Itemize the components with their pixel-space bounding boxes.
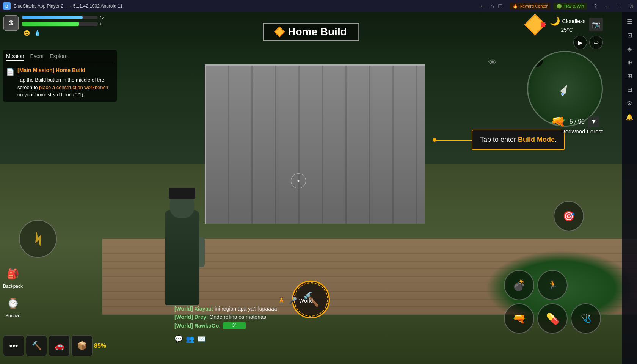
action-circle-button[interactable]: ⚡ (19, 220, 57, 258)
play-win-button[interactable]: 🟢 Play & Win (554, 3, 587, 10)
right-sidebar: ☰ ⊡ ◈ ⊕ ⊞ ⊟ ⚙ 🔔 (622, 12, 637, 364)
world-label: World (299, 298, 313, 304)
window-controls: ? − □ ✕ (590, 2, 637, 10)
screenshot-button[interactable]: □ (499, 3, 502, 9)
revive-button[interactable]: 🩺 (571, 303, 601, 334)
bottom-toolbar: ••• 🔨 🚗 📦 85% (3, 335, 599, 356)
reward-center-label: Reward Center (519, 4, 548, 8)
maximize-button[interactable]: □ (614, 2, 625, 10)
microphone-icon: 🎤 (289, 297, 297, 305)
voice-world-area: 🧍 🎤 World (277, 296, 313, 305)
sidebar-btn-4[interactable]: ⊕ (623, 56, 635, 68)
reward-icon: 🔥 (513, 4, 518, 9)
titlebar: B BlueStacks App Player 2 — 5.11.42.1002… (0, 0, 637, 12)
reward-center-button[interactable]: 🔥 Reward Center (510, 3, 551, 10)
play-icon: 🟢 (557, 4, 562, 9)
app-version: 5.11.42.1002 Android 11 (73, 3, 123, 9)
survive-label: Survive (5, 313, 20, 318)
empty-slot (571, 270, 601, 300)
bullet-combat-button[interactable]: 🔫 (504, 303, 534, 334)
sidebar-btn-3[interactable]: ◈ (623, 42, 635, 55)
scope-icon: 🎯 (563, 210, 575, 222)
medkit-button[interactable]: 💊 (537, 303, 568, 334)
scope-button[interactable]: 🎯 (554, 201, 584, 231)
drive-button[interactable]: 🚗 (49, 335, 70, 356)
building-panels (206, 66, 425, 224)
grenade-button[interactable]: 💣 (504, 270, 534, 300)
backpack-label: Backpack (3, 284, 23, 289)
right-combat-buttons: 💣 🏃 🔫 💊 🩺 (504, 270, 601, 334)
sidebar-btn-8[interactable]: 🔔 (623, 111, 635, 123)
info-button[interactable]: ? (590, 2, 601, 10)
character-hat (169, 188, 195, 199)
app-title: BlueStacks App Player 2 — 5.11.42.1002 A… (14, 3, 480, 9)
backpack-button[interactable]: 🎒 Backpack (3, 265, 23, 289)
app-icon: B (3, 2, 11, 10)
character-body (165, 210, 199, 305)
run-button[interactable]: 🏃 (537, 270, 568, 300)
survive-button[interactable]: ⌚ Survive (3, 295, 23, 318)
sidebar-btn-1[interactable]: ☰ (623, 15, 635, 27)
inventory-button[interactable]: 📦 (71, 335, 93, 356)
back-button[interactable]: ← (480, 3, 486, 9)
home-button[interactable]: ⌂ (490, 3, 494, 9)
more-button[interactable]: ••• (3, 335, 24, 356)
xp-percent: 85% (94, 342, 106, 349)
sidebar-btn-7[interactable]: ⚙ (623, 97, 635, 109)
titlebar-nav: ← ⌂ □ (480, 3, 502, 9)
sidebar-btn-2[interactable]: ⊡ (623, 29, 635, 41)
world-button[interactable]: 🧍 🎤 World (277, 296, 313, 305)
craft-button[interactable]: 🔨 (26, 335, 47, 356)
sidebar-btn-5[interactable]: ⊞ (623, 70, 635, 82)
play-win-label: Play & Win (563, 4, 584, 8)
person-icon: 🧍 (277, 296, 286, 305)
minimize-button[interactable]: − (602, 2, 613, 10)
backpack-icon: 🎒 (5, 265, 21, 282)
survive-icon: ⌚ (5, 295, 21, 312)
close-button[interactable]: ✕ (626, 2, 637, 10)
sidebar-btn-6[interactable]: ⊟ (623, 83, 635, 96)
bullet-icon: ⚡ (28, 229, 48, 249)
bottom-left-tools: ••• 🔨 🚗 📦 85% (3, 335, 106, 356)
app-title-text: BlueStacks App Player 2 (14, 3, 63, 9)
player-character (144, 184, 220, 305)
building-structure (205, 64, 425, 224)
